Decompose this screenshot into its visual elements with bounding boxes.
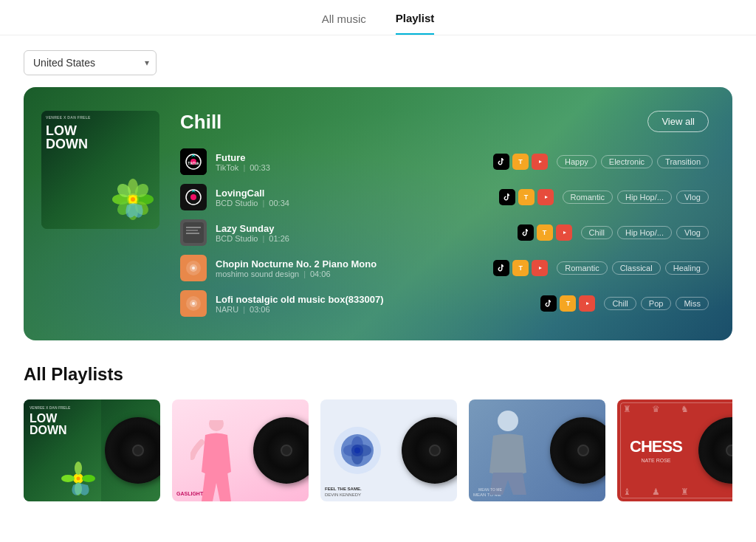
meta-separator-5: |	[243, 305, 245, 314]
track-tags-3: Chill Hip Hop/... Vlog	[581, 226, 709, 239]
track-info-4: Chopin Nocturne No. 2 Piano Mono moshimo…	[216, 258, 484, 278]
track-source-1: TikTok	[216, 163, 238, 172]
table-row: Lofi nostalgic old music box(833007) NAR…	[180, 290, 709, 317]
tunetank-icon-2[interactable]: T	[518, 189, 535, 205]
list-item[interactable]: MEAN TO ME MEAN TO ME	[469, 399, 605, 501]
tag-miss-5[interactable]: Miss	[676, 297, 709, 310]
playlist-card-image-5: ♜ ♛ ♞ CHESS NATE ROSE ♝ ♟ ♜	[617, 399, 732, 501]
list-item[interactable]: FEEL THE SAME. DEVIN KENNEDY	[320, 399, 457, 501]
track-thumbnail-5	[180, 290, 207, 317]
tag-classical-4[interactable]: Classical	[612, 261, 661, 275]
svg-marker-19	[545, 196, 548, 199]
track-meta-4: moshimo sound design | 04:06	[216, 270, 484, 278]
svg-marker-30	[539, 267, 542, 270]
track-meta-3: BCD Studio | 01:26	[216, 234, 509, 243]
svg-point-10	[131, 197, 135, 202]
platform-icons-5: T	[540, 295, 595, 312]
tag-chill-5[interactable]: Chill	[604, 297, 636, 310]
cover-lowdown: VENREE X DAN FRELE LOWDOWN	[41, 111, 159, 229]
banner-content: Chill TikTok Future	[180, 111, 709, 317]
track-duration-4: 04:06	[310, 270, 331, 278]
track-duration-2: 00:34	[269, 199, 289, 207]
track-duration-3: 01:26	[269, 234, 289, 243]
list-item[interactable]: ♜ ♛ ♞ CHESS NATE ROSE ♝ ♟ ♜	[617, 399, 732, 501]
youtube-icon-3[interactable]	[556, 224, 572, 241]
platform-icons-3: T	[518, 224, 572, 241]
svg-point-42	[77, 477, 80, 481]
tiktok-icon-2[interactable]	[499, 189, 515, 205]
track-source-2: BCD Studio	[216, 199, 258, 207]
tag-pop-5[interactable]: Pop	[641, 297, 672, 310]
featured-banner: View all VENREE X DAN FRELE LOWDOWN	[24, 87, 732, 340]
tiktok-icon-5[interactable]	[540, 295, 557, 312]
svg-point-52	[354, 447, 360, 453]
svg-rect-22	[186, 227, 201, 228]
table-row: Chopin Nocturne No. 2 Piano Mono moshimo…	[180, 255, 709, 281]
svg-marker-25	[563, 231, 566, 234]
svg-text:MEAN TO ME: MEAN TO ME	[478, 487, 503, 492]
track-info-5: Lofi nostalgic old music box(833007) NAR…	[216, 294, 532, 314]
tunetank-icon-1[interactable]: T	[512, 154, 529, 170]
tag-romantic-4[interactable]: Romantic	[557, 261, 607, 275]
track-tags-1: Happy Electronic Transition	[557, 155, 709, 168]
tiktok-icon-3[interactable]	[518, 224, 534, 241]
svg-point-18	[190, 194, 196, 200]
top-navigation: All music Playlist	[0, 0, 756, 35]
nav-playlist[interactable]: Playlist	[396, 12, 435, 35]
tunetank-icon-4[interactable]: T	[512, 260, 529, 276]
track-source-5: NARU	[216, 305, 238, 314]
svg-marker-35	[586, 302, 589, 305]
tiktok-icon-4[interactable]	[493, 260, 509, 276]
tiktok-icon-1[interactable]	[493, 154, 509, 170]
track-tags-4: Romantic Classical Healing	[557, 261, 709, 275]
nav-all-music[interactable]: All music	[322, 13, 366, 34]
tunetank-icon-3[interactable]: T	[537, 224, 553, 241]
meta-separator-1: |	[243, 163, 245, 172]
svg-point-37	[75, 462, 82, 475]
track-name-4: Chopin Nocturne No. 2 Piano Mono	[216, 258, 484, 270]
all-playlists-section: All Playlists VENREE X DAN FRELE LOWDOWN	[0, 364, 756, 525]
svg-point-39	[61, 475, 75, 482]
playlist-card-image-3: FEEL THE SAME. DEVIN KENNEDY	[320, 399, 457, 501]
table-row: TikTok Future TikTok | 00:33	[180, 148, 709, 175]
svg-text:TikTok: TikTok	[188, 161, 199, 165]
track-name-1: Future	[216, 152, 484, 163]
meta-separator-4: |	[303, 270, 306, 278]
svg-rect-24	[186, 233, 199, 234]
track-meta-1: TikTok | 00:33	[216, 163, 484, 172]
track-thumbnail-2	[180, 184, 207, 210]
tag-vlog-3[interactable]: Vlog	[676, 226, 709, 239]
playlist-card-image-1: VENREE X DAN FRELE LOWDOWN	[24, 399, 160, 501]
youtube-icon-2[interactable]	[537, 189, 554, 205]
banner-inner: VENREE X DAN FRELE LOWDOWN	[41, 111, 709, 317]
cover-main-title: LOWDOWN	[46, 124, 88, 151]
table-row: Lazy Sunday BCD Studio | 01:26 T	[180, 219, 709, 246]
tag-electronic-1[interactable]: Electronic	[601, 155, 653, 168]
svg-point-40	[82, 475, 95, 482]
track-source-3: BCD Studio	[216, 234, 258, 243]
track-info-3: Lazy Sunday BCD Studio | 01:26	[216, 223, 509, 243]
tag-healing-4[interactable]: Healing	[665, 261, 709, 275]
svg-point-43	[209, 420, 224, 431]
tag-happy-1[interactable]: Happy	[557, 155, 597, 168]
tunetank-icon-5[interactable]: T	[560, 295, 576, 312]
tag-romantic-2[interactable]: Romantic	[563, 191, 613, 204]
youtube-icon-1[interactable]	[532, 154, 548, 170]
tag-hiphop-2[interactable]: Hip Hop/...	[617, 191, 672, 204]
track-thumbnail-4	[180, 255, 207, 281]
list-item[interactable]: VENREE X DAN FRELE LOWDOWN	[24, 399, 160, 501]
youtube-icon-4[interactable]	[532, 260, 548, 276]
list-item[interactable]: INLR GASLIGHT	[172, 399, 309, 501]
country-select[interactable]: United States United Kingdom Japan Korea	[24, 50, 157, 75]
banner-cover-art: VENREE X DAN FRELE LOWDOWN	[41, 111, 159, 229]
tag-vlog-2[interactable]: Vlog	[676, 191, 709, 204]
track-source-4: moshimo sound design	[216, 270, 299, 278]
tag-transition-1[interactable]: Transition	[657, 155, 709, 168]
tag-chill-3[interactable]: Chill	[581, 226, 613, 239]
track-thumbnail-1: TikTok	[180, 148, 207, 175]
track-duration-1: 00:33	[250, 163, 270, 172]
track-meta-5: NARU | 03:06	[216, 305, 532, 314]
youtube-icon-5[interactable]	[579, 295, 595, 312]
tag-hiphop-3[interactable]: Hip Hop/...	[617, 226, 672, 239]
playlist-grid: VENREE X DAN FRELE LOWDOWN	[24, 399, 732, 501]
